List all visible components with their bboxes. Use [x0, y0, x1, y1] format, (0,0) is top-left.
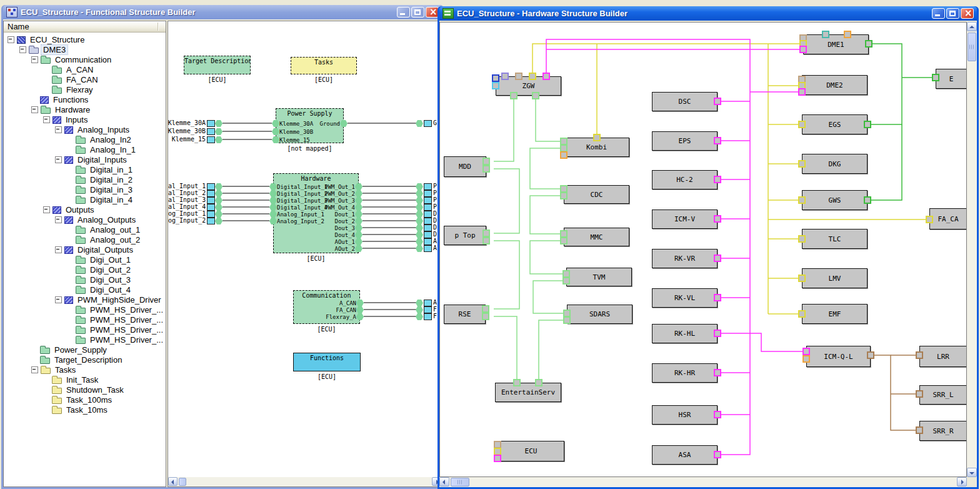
functional-block-target-description[interactable]: Target_Description: [184, 56, 251, 74]
hw-node-DME2[interactable]: DME2: [802, 75, 868, 95]
tree-item-FA_CAN[interactable]: FA_CAN: [4, 74, 166, 84]
port-magenta[interactable]: [802, 348, 810, 355]
tree-expander-minus[interactable]: [19, 46, 26, 53]
port-magenta[interactable]: [714, 255, 721, 262]
scroll-thumb[interactable]: [179, 478, 186, 486]
hw-node-RK-VR[interactable]: RK-VR: [652, 249, 718, 268]
hw-node-RK-HR[interactable]: RK-HR: [652, 363, 718, 383]
hw-node-ECU[interactable]: ECU: [498, 441, 564, 461]
hw-node-DKG[interactable]: DKG: [802, 154, 868, 174]
hw-node-EntertainServ[interactable]: EntertainServ: [495, 383, 561, 402]
external-port-square[interactable]: [424, 313, 432, 320]
hw-node-MMC[interactable]: MMC: [564, 228, 629, 246]
scroll-thumb[interactable]: [968, 33, 976, 61]
hw-node-DME1[interactable]: DME1: [803, 34, 869, 54]
hw-node-ICM-Q-L[interactable]: ICM-Q-L: [806, 346, 871, 367]
port-magenta[interactable]: [714, 294, 721, 301]
external-port-square[interactable]: [424, 211, 432, 218]
port-green_light[interactable]: [562, 277, 570, 285]
functional-block-communication[interactable]: CommunicationA_CANFA_CANFlexray_A: [293, 290, 360, 324]
tree-item-Outputs[interactable]: Outputs: [4, 204, 166, 214]
hw-node-HC-2[interactable]: HC-2: [652, 170, 718, 189]
external-port-square[interactable]: [424, 183, 432, 190]
tree-expander-minus[interactable]: [43, 116, 50, 123]
tree-item-Digi_Out_1[interactable]: Digi_Out_1: [4, 255, 166, 265]
scroll-up-button[interactable]: [967, 22, 977, 31]
external-port-square[interactable]: [424, 224, 432, 231]
tree-item-PWM_HighSide_Driver[interactable]: PWM_HighSide_Driver: [4, 295, 166, 305]
minimize-button[interactable]: [397, 7, 410, 18]
scroll-thumb[interactable]: [451, 478, 469, 486]
tree-item-Digital_Inputs[interactable]: Digital_Inputs: [4, 154, 166, 164]
port-purple[interactable]: [501, 73, 509, 80]
left-window-titlebar[interactable]: ECU_Structure - Functional Structure Bui…: [3, 5, 442, 19]
port-green[interactable]: [864, 121, 871, 128]
tree-item-Target_Description[interactable]: Target_Description: [4, 355, 166, 365]
hw-node-AmpTop[interactable]: p Top: [444, 226, 486, 245]
port-yellow[interactable]: [593, 134, 601, 141]
tree-item-Analog_out_2[interactable]: Analog_out_2: [4, 234, 166, 245]
port-yellow[interactable]: [798, 160, 806, 168]
tree-expander-minus[interactable]: [55, 156, 62, 163]
tree-item-Digital_Outputs[interactable]: Digital_Outputs: [4, 245, 166, 255]
external-port-square[interactable]: [207, 218, 215, 224]
tree-expander-minus[interactable]: [55, 126, 62, 133]
hw-node-CDC[interactable]: CDC: [564, 185, 629, 204]
port-magenta[interactable]: [714, 369, 721, 376]
maximize-button[interactable]: [946, 8, 959, 19]
port-magenta[interactable]: [542, 73, 550, 80]
external-port-square[interactable]: [424, 306, 432, 313]
hw-node-HSR[interactable]: HSR: [652, 405, 718, 425]
port-green[interactable]: [932, 74, 939, 81]
tree-item-PWM_HS_Driver_...[interactable]: PWM_HS_Driver_...: [4, 305, 166, 315]
tree-item-Analog_out_1[interactable]: Analog_out_1: [4, 224, 166, 234]
external-port-square[interactable]: [207, 120, 215, 127]
port-magenta[interactable]: [494, 455, 501, 462]
scroll-left-button[interactable]: [439, 477, 449, 486]
port-magenta[interactable]: [714, 215, 721, 223]
hw-node-ICM-V[interactable]: ICM-V: [652, 209, 718, 229]
port-yellow[interactable]: [798, 310, 806, 318]
tree-item-PWM_HS_Driver_...[interactable]: PWM_HS_Driver_...: [4, 315, 166, 325]
hw-node-EMF[interactable]: EMF: [802, 304, 868, 324]
hw-node-EPS[interactable]: EPS: [652, 131, 718, 151]
tree-expander-minus[interactable]: [55, 216, 62, 223]
functional-block-tasks[interactable]: Tasks: [291, 57, 357, 74]
functional-block-hardware[interactable]: HardwareDigital_Input_1Digital_Input_2Di…: [273, 173, 359, 253]
tree-item-Digital_in_3[interactable]: Digital_in_3: [4, 184, 166, 194]
external-port-square[interactable]: [424, 204, 432, 211]
port-magenta[interactable]: [714, 137, 721, 144]
port-yellow[interactable]: [798, 275, 806, 282]
port-orange[interactable]: [844, 31, 851, 38]
external-port-square[interactable]: [207, 211, 215, 218]
port-green_light[interactable]: [482, 313, 489, 320]
port-magenta[interactable]: [798, 88, 806, 96]
tree-item-ECU_Structure[interactable]: ECU_Structure: [4, 34, 166, 44]
tree-item-Hardware[interactable]: Hardware: [4, 104, 166, 114]
external-port-square[interactable]: [424, 245, 432, 252]
hw-node-SRR_L[interactable]: SRR_L: [919, 385, 967, 405]
port-green_light[interactable]: [560, 237, 568, 245]
port-magenta[interactable]: [714, 176, 721, 183]
port-green_light[interactable]: [510, 92, 518, 99]
port-green_light[interactable]: [482, 229, 490, 237]
external-port-square[interactable]: [207, 128, 215, 135]
external-port-square[interactable]: [424, 197, 432, 204]
tree-item-Shutdown_Task[interactable]: Shutdown_Task: [4, 385, 166, 395]
tree-item-PWM_HS_Driver_...[interactable]: PWM_HS_Driver_...: [4, 325, 166, 335]
tree-item-Communication[interactable]: Communication: [4, 54, 166, 64]
hw-node-TLC[interactable]: TLC: [802, 229, 868, 249]
port-green_light[interactable]: [513, 379, 521, 386]
tree-item-Digi_Out_2[interactable]: Digi_Out_2: [4, 265, 166, 275]
right-window-titlebar[interactable]: ECU_Structure - Hardware Structure Build…: [439, 6, 977, 21]
tree-item-DME3[interactable]: DME3: [4, 44, 166, 54]
port-brown[interactable]: [916, 351, 923, 359]
external-port-square[interactable]: [207, 197, 215, 204]
tree-item-Inputs[interactable]: Inputs: [4, 114, 166, 124]
tree-item-Power_Supply[interactable]: Power_Supply: [4, 345, 166, 355]
tree-item-Digital_in_1[interactable]: Digital_in_1: [4, 164, 166, 174]
hw-node-LMV[interactable]: LMV: [802, 268, 868, 288]
port-yellow[interactable]: [529, 73, 536, 80]
functional-block-power-supply[interactable]: Power_SupplyKlemme_30AKlemme_30BKlemme_1…: [276, 108, 344, 143]
external-port-square[interactable]: [207, 190, 215, 197]
